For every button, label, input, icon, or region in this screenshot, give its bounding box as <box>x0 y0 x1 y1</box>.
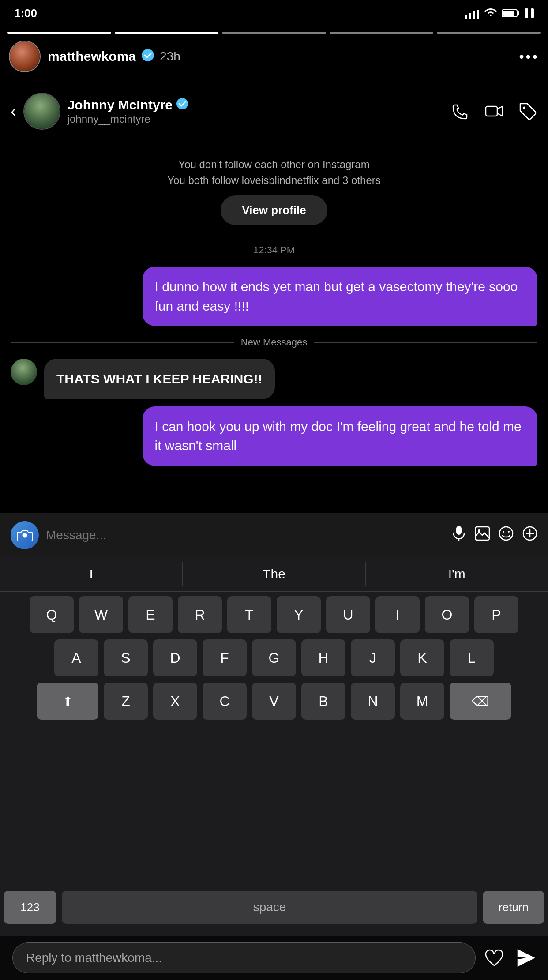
predictive-item-1[interactable]: I <box>0 562 183 586</box>
divider-label: New Messages <box>241 337 307 348</box>
tag-icon[interactable] <box>518 101 537 121</box>
key-g[interactable]: G <box>252 639 296 676</box>
message-input[interactable] <box>46 528 445 542</box>
keyboard-row-2: A S D F G H J K L <box>4 639 544 676</box>
svg-rect-7 <box>486 106 497 116</box>
key-f[interactable]: F <box>203 639 247 676</box>
status-icons <box>465 8 534 19</box>
send-icon[interactable] <box>516 949 536 967</box>
keyboard-row-3: ⬆ Z X C V B N M ⌫ <box>4 683 544 720</box>
messages-area: You don't follow each other on Instagram… <box>0 139 548 556</box>
story-segment-4 <box>330 32 434 34</box>
story-more-button[interactable]: ••• <box>519 49 539 65</box>
new-messages-divider: New Messages <box>11 333 537 352</box>
svg-point-5 <box>142 49 154 61</box>
sticker-icon[interactable] <box>499 526 514 544</box>
keyboard-row-1: Q W E R T Y U I O P <box>4 596 544 633</box>
message-input-area <box>0 513 548 557</box>
received-avatar <box>11 359 37 385</box>
view-profile-button[interactable]: View profile <box>221 195 327 225</box>
key-w[interactable]: W <box>79 596 123 633</box>
predictive-item-3[interactable]: I'm <box>366 562 548 586</box>
story-verified-badge <box>141 49 154 65</box>
chat-avatar-image <box>24 94 60 129</box>
phone-icon[interactable] <box>451 101 470 121</box>
chat-avatar[interactable] <box>23 93 60 130</box>
key-n[interactable]: N <box>351 683 395 720</box>
svg-point-9 <box>23 533 27 538</box>
message-sent-1: I dunno how it ends yet man but get a va… <box>143 267 538 326</box>
svg-rect-1 <box>503 11 514 16</box>
status-bar: 1:00 <box>0 0 548 26</box>
input-icons <box>452 526 537 545</box>
predictive-bar: I The I'm <box>0 556 548 592</box>
svg-rect-4 <box>531 8 534 18</box>
info-line-1: You don't follow each other on Instagram <box>19 157 529 173</box>
chat-verified-badge <box>176 98 188 113</box>
key-h[interactable]: H <box>301 639 345 676</box>
key-r[interactable]: R <box>178 596 222 633</box>
key-z[interactable]: Z <box>104 683 148 720</box>
battery-icon <box>502 8 520 18</box>
story-progress-bar <box>0 26 548 32</box>
story-segment-1 <box>7 32 111 34</box>
status-time: 1:00 <box>14 7 37 20</box>
image-icon[interactable] <box>475 526 490 544</box>
key-m[interactable]: M <box>400 683 444 720</box>
story-avatar[interactable] <box>9 41 41 72</box>
svg-rect-3 <box>525 8 528 18</box>
message-received-row-1: THATS WHAT I KEEP HEARING!! <box>11 359 537 399</box>
story-header: matthewkoma 23h ••• <box>0 35 548 78</box>
return-key[interactable]: return <box>483 891 544 924</box>
space-key[interactable]: space <box>62 891 477 924</box>
key-l[interactable]: L <box>450 639 494 676</box>
key-a[interactable]: A <box>54 639 98 676</box>
story-reply-input[interactable]: Reply to matthewkoma... <box>12 942 476 973</box>
heart-icon[interactable] <box>484 949 504 967</box>
story-segment-5 <box>437 32 541 34</box>
camera-button[interactable] <box>11 521 39 549</box>
keyboard-bottom: 123 space return <box>0 887 548 936</box>
svg-point-14 <box>499 527 513 540</box>
key-j[interactable]: J <box>351 639 395 676</box>
key-s[interactable]: S <box>104 639 148 676</box>
key-v[interactable]: V <box>252 683 296 720</box>
chat-username[interactable]: Johnny McIntyre <box>68 98 173 113</box>
reply-action-icons <box>484 949 536 967</box>
back-button[interactable]: ‹ <box>11 102 16 121</box>
key-c[interactable]: C <box>203 683 247 720</box>
predictive-item-2[interactable]: The <box>183 562 365 586</box>
video-icon[interactable] <box>484 101 504 121</box>
numbers-key[interactable]: 123 <box>4 891 56 924</box>
key-p[interactable]: P <box>474 596 518 633</box>
key-q[interactable]: Q <box>30 596 74 633</box>
story-username[interactable]: matthewkoma <box>48 49 136 64</box>
svg-point-6 <box>176 98 188 109</box>
svg-point-8 <box>523 107 525 109</box>
svg-rect-10 <box>456 526 462 535</box>
key-x[interactable]: X <box>153 683 197 720</box>
shift-key[interactable]: ⬆ <box>37 683 98 720</box>
mic-icon[interactable] <box>452 526 466 545</box>
key-d[interactable]: D <box>153 639 197 676</box>
delete-key[interactable]: ⌫ <box>450 683 511 720</box>
key-o[interactable]: O <box>425 596 469 633</box>
key-e[interactable]: E <box>128 596 173 633</box>
story-avatar-image <box>10 41 40 71</box>
wifi-icon <box>484 8 497 18</box>
message-sent-2: I can hook you up with my doc I'm feelin… <box>143 406 538 466</box>
signal-icon <box>465 8 479 19</box>
key-u[interactable]: U <box>326 596 370 633</box>
key-b[interactable]: B <box>301 683 345 720</box>
story-segment-3 <box>222 32 326 34</box>
key-y[interactable]: Y <box>277 596 321 633</box>
pause-icon <box>525 8 534 18</box>
chat-user-info: Johnny McIntyre johnny__mcintyre <box>68 98 451 125</box>
key-i[interactable]: I <box>375 596 420 633</box>
chat-header: ‹ Johnny McIntyre johnny__mcintyre <box>0 84 548 139</box>
key-t[interactable]: T <box>227 596 271 633</box>
key-k[interactable]: K <box>400 639 444 676</box>
add-icon[interactable] <box>522 526 537 545</box>
story-user-info: matthewkoma 23h <box>48 49 180 65</box>
reply-placeholder: Reply to matthewkoma... <box>26 951 162 965</box>
